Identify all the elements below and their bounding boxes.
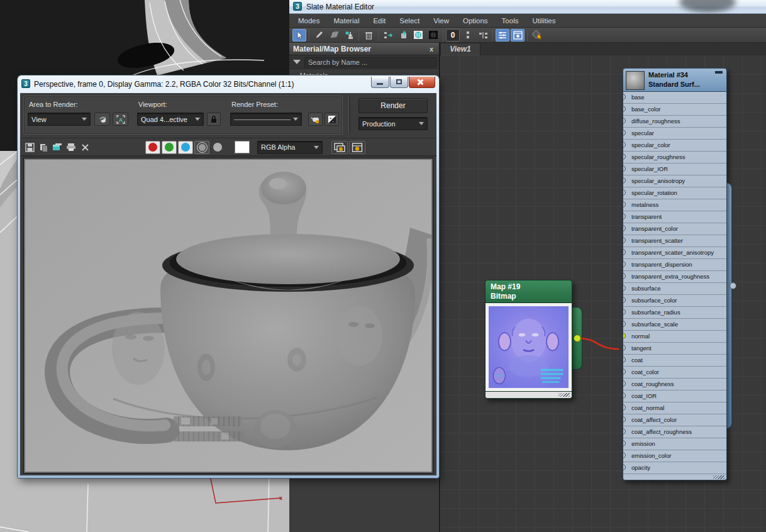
slot-socket[interactable]	[623, 428, 626, 435]
pan-region-icon[interactable]	[94, 113, 110, 126]
slot-socket[interactable]	[623, 94, 626, 100]
browser-group-row[interactable]: - Materials	[289, 69, 439, 75]
menu-item[interactable]: Utilities	[532, 17, 555, 25]
menu-item[interactable]: Modes	[298, 17, 320, 25]
material-slot-row[interactable]: normal	[623, 331, 726, 343]
material-map-browser-toggle-icon[interactable]	[496, 29, 509, 42]
render-setup-icon[interactable]	[308, 113, 323, 126]
collapse-icon[interactable]	[715, 71, 723, 74]
select-cursor-icon[interactable]	[292, 29, 306, 42]
tab-view1[interactable]: View1	[440, 43, 480, 55]
clone-buffer-icon[interactable]	[50, 140, 64, 154]
move-children-icon[interactable]	[381, 29, 395, 42]
area-to-render-select[interactable]: View	[28, 113, 91, 126]
viewport-select[interactable]: Quad 4...ective	[137, 113, 204, 126]
gamma-toggle-icon[interactable]: +-	[325, 113, 339, 126]
material-slot-row[interactable]: coat	[623, 355, 726, 367]
slot-socket[interactable]	[623, 416, 626, 423]
menu-item[interactable]: View	[433, 17, 449, 25]
node-canvas[interactable]: Material #34 Standard Surf... base base_…	[440, 55, 766, 532]
material-slot-row[interactable]: specular_IOR	[623, 163, 726, 175]
material-slot-row[interactable]: specular_color	[623, 140, 726, 152]
browser-close-icon[interactable]: x	[428, 45, 435, 53]
material-slot-row[interactable]: transparent	[623, 211, 726, 223]
slot-socket[interactable]	[623, 213, 626, 219]
slot-socket[interactable]	[623, 189, 626, 196]
material-slot-row[interactable]: transparent_color	[623, 223, 726, 235]
menu-item[interactable]: Edit	[373, 17, 386, 25]
render-button[interactable]: Render	[358, 98, 428, 113]
save-image-icon[interactable]	[23, 140, 36, 154]
material-slot-row[interactable]: base	[623, 92, 726, 104]
slot-socket[interactable]	[623, 333, 626, 339]
material-slot-row[interactable]: opacity	[623, 462, 726, 474]
map-output-socket[interactable]	[574, 335, 581, 342]
show-shaded-material-in-viewport-icon[interactable]	[411, 29, 425, 42]
slot-socket[interactable]	[623, 273, 626, 279]
material-slot-row[interactable]: emission	[623, 438, 726, 450]
slot-socket[interactable]	[623, 309, 626, 315]
monochrome-button[interactable]	[211, 140, 225, 154]
assign-to-selection-icon[interactable]	[342, 29, 356, 42]
material-node-header[interactable]: Material #34 Standard Surf...	[623, 68, 727, 92]
slot-socket[interactable]	[623, 237, 626, 243]
search-options-icon[interactable]	[293, 60, 301, 64]
slot-socket[interactable]	[623, 153, 626, 160]
slot-socket[interactable]	[623, 285, 626, 291]
slot-socket[interactable]	[623, 118, 626, 124]
material-slot-row[interactable]: emission_color	[623, 450, 726, 462]
material-slot-row[interactable]: diffuse_roughness	[623, 116, 726, 128]
material-slot-row[interactable]: tangent	[623, 343, 726, 355]
material-slot-row[interactable]: specular_rotation	[623, 187, 726, 199]
slot-socket[interactable]	[623, 106, 626, 112]
resize-grip-icon[interactable]	[713, 475, 724, 479]
select-region-icon[interactable]	[530, 29, 544, 42]
map-node-header[interactable]: Map #19 Bitmap	[485, 280, 572, 303]
slot-socket[interactable]	[623, 440, 626, 446]
green-channel-button[interactable]	[162, 141, 177, 154]
material-slot-row[interactable]: transparent_extra_roughness	[623, 271, 726, 283]
material-output-socket[interactable]	[730, 282, 736, 289]
slot-socket[interactable]	[623, 452, 626, 458]
layout-children-icon[interactable]	[461, 29, 475, 42]
bitmap-map-node[interactable]: Map #19 Bitmap	[485, 280, 572, 399]
menu-item[interactable]: Material	[334, 17, 360, 25]
material-id-channel-button[interactable]: 0	[446, 29, 460, 42]
material-slot-row[interactable]: coat_normal	[623, 402, 726, 414]
slot-socket[interactable]	[623, 165, 626, 172]
slot-socket[interactable]	[623, 261, 626, 267]
viewport-display-toggle-icon[interactable]	[349, 141, 365, 154]
render-preset-select[interactable]	[230, 113, 302, 126]
material-slot-row[interactable]: transparent_scatter_anisotropy	[623, 247, 726, 259]
browser-header[interactable]: Material/Map Browser x	[289, 43, 439, 55]
minimize-button[interactable]	[371, 77, 389, 88]
slot-socket[interactable]	[623, 225, 626, 231]
color-swatch[interactable]	[235, 141, 250, 153]
clear-image-icon[interactable]	[78, 140, 92, 154]
menu-item[interactable]: Tools	[502, 17, 519, 25]
material-slot-row[interactable]: coat_affect_color	[623, 414, 726, 426]
layout-all-icon[interactable]	[476, 29, 490, 42]
material-slot-row[interactable]: transparent_dispersion	[623, 259, 726, 271]
material-slot-row[interactable]: base_color	[623, 104, 726, 116]
parameter-editor-toggle-icon[interactable]	[511, 29, 525, 42]
slot-socket[interactable]	[623, 392, 626, 399]
material-slot-row[interactable]: transparent_scatter	[623, 235, 726, 247]
copy-image-icon[interactable]	[36, 140, 50, 154]
slot-socket[interactable]	[623, 249, 626, 255]
material-slot-row[interactable]: subsurface_color	[623, 295, 726, 307]
material-slot-row[interactable]: specular_anisotropy	[623, 175, 726, 187]
material-slot-row[interactable]: specular	[623, 128, 726, 140]
slot-socket[interactable]	[623, 201, 626, 208]
material-slot-row[interactable]: subsurface_radius	[623, 307, 726, 319]
channel-display-select[interactable]: RGB Alpha	[257, 141, 323, 154]
slot-socket[interactable]	[623, 321, 626, 327]
slot-socket[interactable]	[623, 464, 626, 470]
hide-unused-nodeslots-icon[interactable]	[396, 29, 410, 42]
slot-socket[interactable]	[623, 357, 626, 363]
slot-socket[interactable]	[623, 177, 626, 184]
show-background-icon[interactable]	[426, 29, 440, 42]
material-slot-row[interactable]: coat_affect_roughness	[623, 426, 726, 438]
slot-socket[interactable]	[623, 404, 626, 411]
material-slot-row[interactable]: coat_color	[623, 367, 726, 379]
